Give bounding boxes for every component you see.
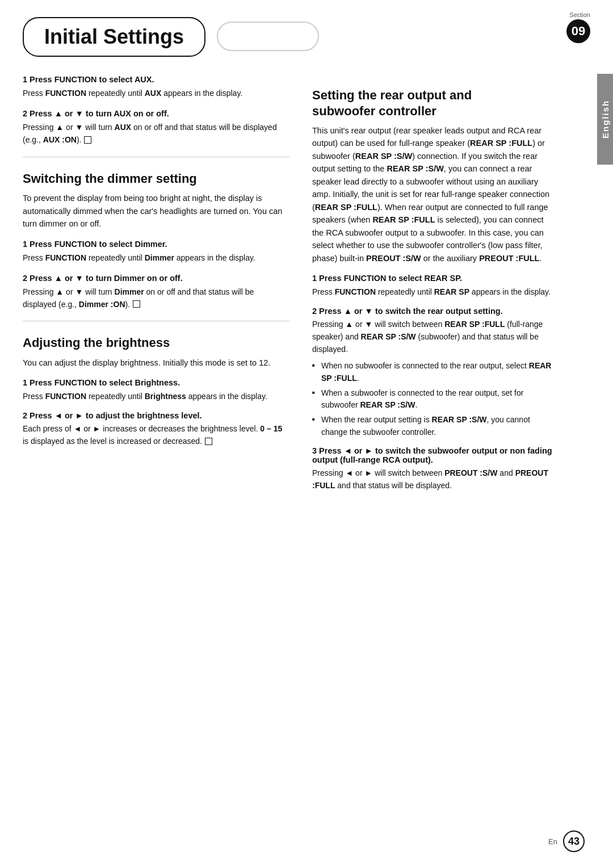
aux-step1-body: Press FUNCTION repeatedly until AUX appe… bbox=[23, 87, 289, 100]
enter-icon-2 bbox=[133, 300, 140, 308]
brightness-heading: Adjusting the brightness bbox=[23, 335, 289, 351]
aux-step1-title: 1 Press FUNCTION to select AUX. bbox=[23, 74, 289, 85]
title-box: Initial Settings bbox=[23, 17, 205, 57]
dimmer-step1: 1 Press FUNCTION to select Dimmer. Press… bbox=[23, 238, 289, 265]
divider-1 bbox=[23, 157, 289, 157]
aux-step2-body: Pressing ▲ or ▼ will turn AUX on or off … bbox=[23, 121, 289, 146]
dimmer-step2: 2 Press ▲ or ▼ to turn Dimmer on or off.… bbox=[23, 272, 289, 311]
brightness-step1-body: Press FUNCTION repeatedly until Brightne… bbox=[23, 391, 289, 403]
bullet-item-3: When the rear output setting is REAR SP … bbox=[312, 414, 556, 438]
rear-step2-body: Pressing ▲ or ▼ will switch between REAR… bbox=[312, 318, 556, 355]
rear-step2: 2 Press ▲ or ▼ to switch the rear output… bbox=[312, 307, 556, 438]
vertical-language-label: English bbox=[597, 74, 613, 165]
header-oval bbox=[217, 22, 319, 51]
rear-intro: This unit's rear output (rear speaker le… bbox=[312, 124, 556, 265]
brightness-step2: 2 Press ◄ or ► to adjust the brightness … bbox=[23, 411, 289, 447]
dimmer-intro: To prevent the display from being too br… bbox=[23, 192, 289, 230]
footer-en-label: En bbox=[548, 837, 557, 846]
rear-step2-title: 2 Press ▲ or ▼ to switch the rear output… bbox=[312, 307, 556, 316]
brightness-intro: You can adjust the display brightness. I… bbox=[23, 357, 289, 369]
aux-step2: 2 Press ▲ or ▼ to turn AUX on or off. Pr… bbox=[23, 108, 289, 146]
page-title: Initial Settings bbox=[44, 25, 184, 48]
aux-step2-title: 2 Press ▲ or ▼ to turn AUX on or off. bbox=[23, 108, 289, 119]
rear-step3-title: 3 Press ◄ or ► to switch the subwoofer o… bbox=[312, 446, 556, 464]
rear-output-heading: Setting the rear output and subwoofer co… bbox=[312, 87, 556, 119]
rear-step2-bullets: When no subwoofer is connected to the re… bbox=[312, 360, 556, 438]
dimmer-step2-body: Pressing ▲ or ▼ will turn Dimmer on or o… bbox=[23, 286, 289, 311]
dimmer-step2-title: 2 Press ▲ or ▼ to turn Dimmer on or off. bbox=[23, 272, 289, 284]
rear-step1: 1 Press FUNCTION to select REAR SP. Pres… bbox=[312, 272, 556, 299]
divider-2 bbox=[23, 321, 289, 321]
brightness-step2-body: Each press of ◄ or ► increases or decrea… bbox=[23, 423, 289, 447]
brightness-step1-title: 1 Press FUNCTION to select Brightness. bbox=[23, 377, 289, 388]
right-column: Setting the rear output and subwoofer co… bbox=[312, 74, 579, 500]
dimmer-step1-title: 1 Press FUNCTION to select Dimmer. bbox=[23, 238, 289, 250]
enter-icon bbox=[84, 136, 91, 144]
bullet-item-2: When a subwoofer is connected to the rea… bbox=[312, 387, 556, 412]
rear-step1-body: Press FUNCTION repeatedly until REAR SP … bbox=[312, 286, 556, 299]
footer: En 43 bbox=[0, 831, 613, 852]
section-badge-area: Section 09 bbox=[566, 11, 590, 43]
header: Initial Settings Section 09 bbox=[0, 0, 613, 57]
section-label: Section bbox=[569, 11, 590, 18]
rear-step3: 3 Press ◄ or ► to switch the subwoofer o… bbox=[312, 446, 556, 492]
dimmer-heading: Switching the dimmer setting bbox=[23, 171, 289, 187]
aux-step1: 1 Press FUNCTION to select AUX. Press FU… bbox=[23, 74, 289, 100]
bullet-item-1: When no subwoofer is connected to the re… bbox=[312, 360, 556, 384]
dimmer-step1-body: Press FUNCTION repeatedly until Dimmer a… bbox=[23, 252, 289, 265]
rear-step3-body: Pressing ◄ or ► will switch between PREO… bbox=[312, 467, 556, 492]
brightness-step2-title: 2 Press ◄ or ► to adjust the brightness … bbox=[23, 411, 289, 420]
enter-icon-3 bbox=[205, 438, 212, 445]
rear-step1-title: 1 Press FUNCTION to select REAR SP. bbox=[312, 272, 556, 284]
section-number: 09 bbox=[566, 19, 590, 43]
brightness-step1: 1 Press FUNCTION to select Brightness. P… bbox=[23, 377, 289, 403]
left-column: 1 Press FUNCTION to select AUX. Press FU… bbox=[23, 74, 289, 500]
main-content: 1 Press FUNCTION to select AUX. Press FU… bbox=[0, 62, 613, 517]
footer-page-number: 43 bbox=[563, 831, 585, 852]
page: Initial Settings Section 09 English 1 Pr… bbox=[0, 0, 613, 868]
